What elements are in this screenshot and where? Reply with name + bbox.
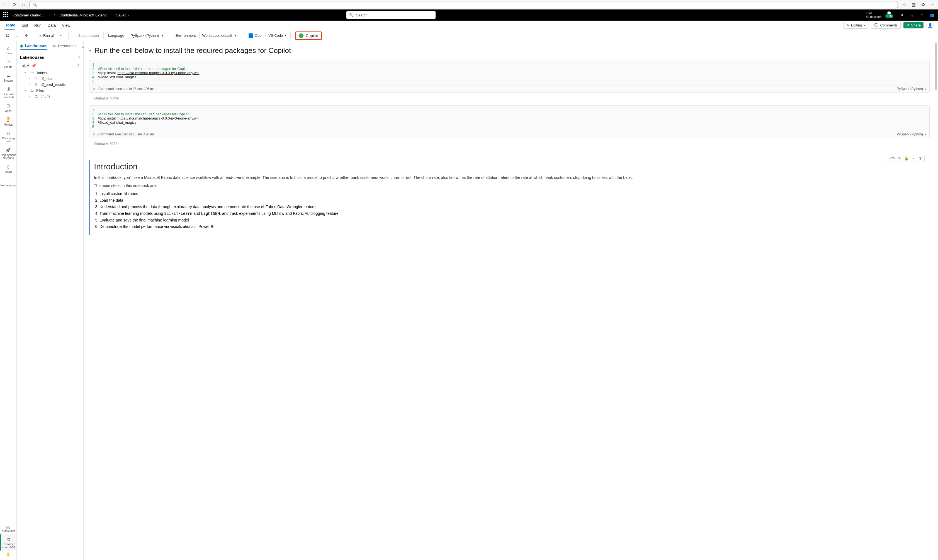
list-item: Load the data [100,197,926,204]
edit-icon[interactable]: ✎ [898,156,901,160]
language-select[interactable]: PySpark (Python) ▾ [128,32,166,39]
table-icon: ⊞ [35,83,39,87]
rail-create[interactable]: ⊕Create [0,57,17,70]
cell-status-text: -Command executed in 15 sec 426 ms [97,87,154,91]
line-gutter: 12345 [92,108,98,129]
download-icon[interactable]: ⭳ [910,12,915,18]
rail-monitoring[interactable]: ◎Monitoring hub [0,128,17,145]
pencil-icon: ✎ [846,23,849,27]
rail-deployment[interactable]: 🚀Deployment pipelines [0,145,17,161]
lock-icon[interactable]: 🔒 [904,156,909,160]
apps-icon: ⊞ [5,103,11,109]
chevron-down-icon: ▾ [25,71,28,74]
people-presence-icon[interactable]: 👤 [926,22,933,29]
tree-table-item[interactable]: › ⊞ df_clean [20,76,83,82]
code-icon[interactable]: </> [890,156,895,160]
back-icon[interactable]: ← [3,2,8,8]
pin-icon[interactable]: 📌 [31,63,36,68]
scrollbar[interactable] [935,43,937,90]
editing-dropdown[interactable]: ✎ Editing ▾ [843,22,868,29]
extension-icon[interactable]: ✧ [901,2,907,8]
lakehouse-name[interactable]: rajLH [21,63,29,68]
cell-lang-select[interactable]: PySpark (Python)▾ [897,132,926,136]
file-icon: 🗎 [52,44,56,48]
run-all-button[interactable]: ▷ Run all [39,34,54,38]
delete-icon[interactable]: 🗑 [918,156,922,160]
more-icon[interactable]: ⋯ [930,2,935,8]
more-icon[interactable]: ⋯ [912,156,915,160]
tree-files[interactable]: ▾ 🗀 Files [20,88,83,93]
rocket-icon: 🚀 [5,147,11,153]
share-button[interactable]: ↗ Share [903,22,924,28]
refresh-icon[interactable]: ⟳ [12,2,17,8]
rail-my-workspace[interactable]: My workspace [0,524,17,534]
help-icon[interactable]: ? [920,12,925,18]
tab-view[interactable]: View [62,22,70,29]
tree-file-item[interactable]: › 🗀 churn [20,93,83,99]
chevron-down-icon: ▾ [864,24,865,27]
rail-onelake[interactable]: 🗄OneLake data hub [0,85,17,101]
confidential-label[interactable]: Confidential\Microsoft Extend... [59,13,109,17]
swap-icon[interactable]: ⇄ [76,63,79,68]
collections-icon[interactable]: ✿ [920,2,926,8]
output-hidden-label[interactable]: Output is hidden [89,94,930,105]
explorer-tab-resources[interactable]: 🗎 Resources [52,44,77,49]
rail-home[interactable]: ⌂Home [0,43,17,57]
environment-select[interactable]: Workspace default ▾ [199,32,239,39]
tab-edit[interactable]: Edit [22,22,28,29]
powerbi-icon[interactable]: ▮ [5,551,11,557]
rail-learn[interactable]: ▯Learn [0,162,17,175]
separator: | [49,13,50,17]
chevron-down-icon[interactable]: ▾ [58,32,64,39]
list-item: Demonstrate the model performance via vi… [100,224,926,230]
markdown-cell[interactable]: ▾ </> ✎ 🔒 ⋯ 🗑 Introduction In this noteb… [89,160,930,235]
tab-data[interactable]: Data [48,22,56,29]
md-list: Install custom libraries Load the data U… [100,191,926,230]
rail-workspaces[interactable]: ▭Workspaces [0,175,17,189]
chevron-down-icon[interactable]: ▾ [78,55,80,59]
open-vscode-button[interactable]: Open in VS Code ▾ [249,34,286,38]
tab-home[interactable]: Home [5,21,15,29]
environment-label: Environment [176,34,196,38]
stop-session-button[interactable]: Stop session [73,34,99,38]
language-label: Language [108,34,124,38]
tree-table-item[interactable]: › ⊞ df_pred_results [20,82,83,88]
explorer-tab-lakehouses[interactable]: ◆ Lakehouses [20,43,48,49]
people-icon[interactable]: 👥 [930,12,935,18]
settings-icon[interactable]: ⚙ [899,12,904,18]
code-content[interactable]: #Run this cell to install the required p… [98,62,927,83]
tree-tables[interactable]: ▾ 🗀 Tables [20,70,83,76]
code-content[interactable]: #Run this cell to install the required p… [98,108,927,129]
app-launcher-icon[interactable] [3,12,9,18]
save-icon[interactable]: 🖫 [5,32,11,39]
doc-title[interactable]: Customer churn-5... [13,13,45,17]
rail-browse[interactable]: ▭Browse [0,71,17,84]
output-hidden-label[interactable]: Output is hidden [89,140,930,151]
comment-icon: 💬 [874,23,878,27]
address-bar[interactable]: 🔍 [29,1,898,8]
home-icon[interactable]: ⌂ [21,2,26,8]
comments-button[interactable]: 💬 Comments [871,22,901,29]
download-icon[interactable]: ⭳ [14,32,20,39]
cell-status-text: -Command executed in 15 sec 426 ms [97,132,154,136]
tab-run[interactable]: Run [34,22,42,29]
notification-badge: 125 [885,14,893,18]
chevron-down-icon: ▾ [925,88,926,91]
rail-metrics[interactable]: 🏆Metrics [0,115,17,128]
notebook-area[interactable]: ▾ Run the cell below to install the requ… [83,41,938,560]
chevron-down-icon: ▾ [925,133,926,136]
collapse-section-icon[interactable]: ▾ [89,48,91,53]
folder-icon: 🗀 [30,71,35,75]
rail-current-doc[interactable]: ⧉Customer churn-513 [0,534,17,551]
sidebar-icon[interactable]: ▥ [911,2,916,8]
rail-apps[interactable]: ⊞Apps [0,101,17,114]
search-input[interactable]: 🔍 Search [347,11,436,19]
divider [34,32,34,39]
chevron-down-icon[interactable]: ▾ [128,14,129,17]
code-cell[interactable]: 12345 #Run this cell to install the requ… [89,105,930,138]
play-icon: ▷ [39,34,42,38]
copilot-button[interactable]: Copilot [295,31,322,40]
cell-lang-select[interactable]: PySpark (Python)▾ [897,87,926,91]
gear-icon[interactable]: ⚙ [23,32,29,39]
code-cell[interactable]: 12345 #Run this cell to install the requ… [89,60,930,93]
